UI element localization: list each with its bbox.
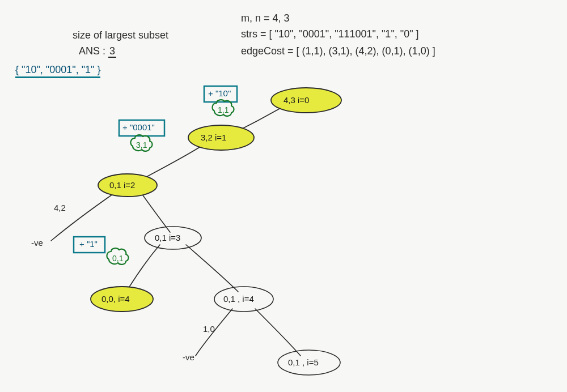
node-n1-label: 3,2 i=1 xyxy=(201,133,226,142)
strs-line: strs = [ "10", "0001", "111001", "1", "0… xyxy=(241,28,419,40)
node-n4-label: 0,0, i=4 xyxy=(101,294,130,304)
title-line: size of largest subset xyxy=(73,29,168,41)
edgebox-b3-label: + "1" xyxy=(79,239,98,249)
edge-e2left: 4,2 xyxy=(54,203,66,212)
node-n0-label: 4,3 i=0 xyxy=(284,95,309,105)
answer-label: ANS : 3 xyxy=(79,45,116,57)
edge-e5neg: -ve xyxy=(183,352,194,362)
edge-n2-neg xyxy=(51,194,113,241)
edge-n3-n4 xyxy=(126,245,160,292)
node-n2-label: 0,1 i=2 xyxy=(109,180,135,190)
edgebox-b0-label: + "10" xyxy=(208,88,231,98)
subset-set: { "10", "0001", "1" } xyxy=(15,64,100,78)
edgecost-line: edgeCost = [ (1,1), (3,1), (4,2), (0,1),… xyxy=(241,45,435,57)
cloud-c0-label: 1,1 xyxy=(218,105,229,114)
cloud-c1-label: 3,1 xyxy=(136,140,147,150)
cloud-c3-label: 0,1 xyxy=(112,254,123,263)
answer-value: 3 xyxy=(108,45,116,58)
node-n6-label: 0,1 , i=5 xyxy=(288,357,319,367)
edge-e2neg: -ve xyxy=(31,238,43,248)
edge-n3-n5 xyxy=(186,245,238,292)
node-n5-label: 0,1 , i=4 xyxy=(223,294,254,304)
edge-n1-n2 xyxy=(141,146,201,180)
edgebox-b1-label: + "0001" xyxy=(122,122,155,132)
answer-label-text: ANS : xyxy=(79,45,108,57)
mn-line: m, n = 4, 3 xyxy=(241,12,290,24)
diagram-canvas xyxy=(0,0,567,392)
edge-n5-n6 xyxy=(255,309,301,356)
edge-e5left: 1,0 xyxy=(203,324,215,334)
node-n3-label: 0,1 i=3 xyxy=(155,233,180,242)
